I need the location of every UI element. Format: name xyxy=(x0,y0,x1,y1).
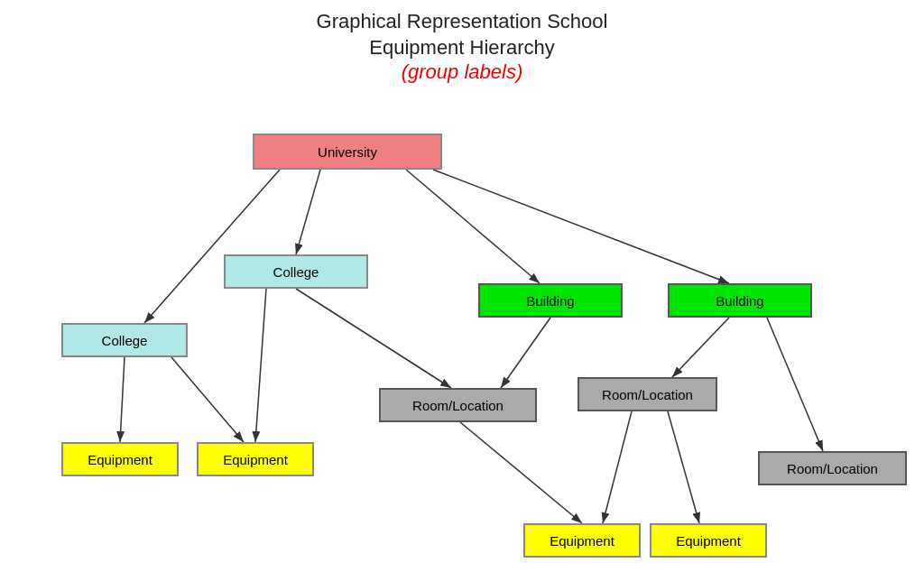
node-equip-center: Equipment xyxy=(523,523,641,558)
node-equip-right: Equipment xyxy=(650,523,767,558)
node-university: University xyxy=(253,134,442,170)
node-roomloc-center: Room/Location xyxy=(379,388,537,422)
node-college-left: College xyxy=(61,323,188,357)
svg-line-7 xyxy=(120,357,125,442)
svg-line-3 xyxy=(406,170,540,283)
node-roomloc-mid: Room/Location xyxy=(578,377,717,411)
svg-line-4 xyxy=(433,170,729,283)
title-area: Graphical Representation School Equipmen… xyxy=(0,0,924,84)
node-roomloc-right: Room/Location xyxy=(758,451,907,485)
node-building-mid: Building xyxy=(478,283,623,318)
svg-line-1 xyxy=(296,170,320,254)
node-building-right: Building xyxy=(668,283,812,318)
diagram-container: Graphical Representation School Equipmen… xyxy=(0,0,924,572)
svg-line-12 xyxy=(460,422,582,523)
svg-line-10 xyxy=(672,318,729,377)
node-equip-mid-left: Equipment xyxy=(197,442,314,476)
title-line3: (group labels) xyxy=(0,60,924,84)
svg-line-11 xyxy=(767,318,823,451)
node-equip-far-left: Equipment xyxy=(61,442,179,476)
title-line2: Equipment Hierarchy xyxy=(0,35,924,61)
svg-line-5 xyxy=(296,289,451,388)
svg-line-9 xyxy=(501,318,550,388)
svg-line-8 xyxy=(171,357,244,442)
svg-line-6 xyxy=(255,289,266,442)
node-college-top: College xyxy=(224,254,368,289)
svg-line-14 xyxy=(668,411,699,523)
svg-line-13 xyxy=(603,411,632,523)
svg-line-2 xyxy=(144,170,280,323)
title-line1: Graphical Representation School xyxy=(0,9,924,35)
